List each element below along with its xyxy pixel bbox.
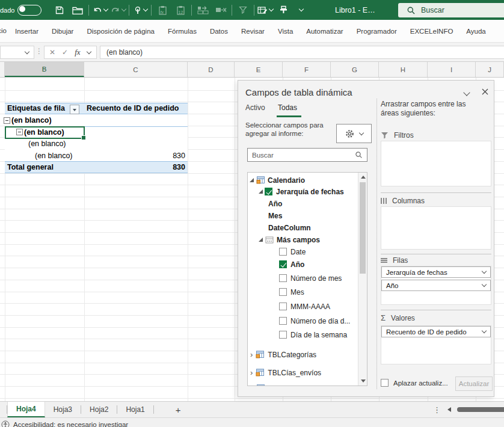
field-row-date[interactable]: Date <box>248 246 358 257</box>
field-row-tblcias-envios[interactable]: › TBLCías_envíos <box>248 367 358 378</box>
insert-function-icon[interactable]: fx <box>75 48 80 57</box>
tab-programador[interactable]: Programador <box>350 28 404 35</box>
sheet-tab-hoja4[interactable]: Hoja4 <box>7 402 45 417</box>
valores-drop-area[interactable]: Recuento de ID de pedido <box>381 325 491 364</box>
scroll-down-icon[interactable] <box>358 376 367 386</box>
pivot-filter-dropdown[interactable] <box>70 105 79 114</box>
tools-gear-button[interactable] <box>336 124 372 143</box>
pivot-value-cell[interactable]: 830 <box>173 152 185 160</box>
field-row-numero-de-dia[interactable]: Número de día d... <box>248 315 358 327</box>
tab-datos[interactable]: Datos <box>203 28 235 35</box>
checkbox-unchecked[interactable] <box>279 303 287 310</box>
column-header-j[interactable]: J <box>476 62 504 77</box>
expand-open-icon[interactable] <box>259 238 263 242</box>
field-row-clipped[interactable] <box>248 382 358 386</box>
field-row-tblcategorias[interactable]: › TBLCategorías <box>248 349 358 360</box>
defer-checkbox[interactable] <box>381 379 389 387</box>
tab-inicio[interactable]: Inicio <box>0 25 8 37</box>
sheet-tab-hoja2[interactable]: Hoja2 <box>81 402 117 417</box>
field-row-dia-de-la-semana[interactable]: Día de la semana <box>248 329 358 340</box>
column-header-b[interactable]: B <box>5 62 84 77</box>
tab-exceleinfo[interactable]: EXCELeINFO <box>404 28 460 35</box>
toolbar-overflow-chevron[interactable] <box>292 2 310 18</box>
checkbox-checked[interactable] <box>279 260 287 268</box>
touch-mode-button[interactable] <box>131 2 149 18</box>
paste-values-icon[interactable]: 12 <box>171 2 189 18</box>
column-header-g[interactable]: G <box>331 62 379 77</box>
field-list[interactable]: Calendario Jerarquía de fechas Año Mes D… <box>247 172 367 386</box>
column-header-h[interactable]: H <box>379 62 428 77</box>
columnas-drop-area[interactable] <box>381 206 491 250</box>
cancel-entry-icon[interactable]: ✕ <box>49 48 55 57</box>
tab-todas[interactable]: Todas <box>278 103 297 112</box>
field-row-mes[interactable]: Mes <box>248 210 358 221</box>
insert-cells-icon[interactable] <box>194 2 212 18</box>
checkbox-unchecked[interactable] <box>279 288 287 296</box>
format-painter-icon[interactable] <box>274 2 292 18</box>
save-icon[interactable] <box>51 2 69 18</box>
tab-ayuda[interactable]: Ayuda <box>459 28 492 35</box>
field-row-mas-campos[interactable]: Más campos <box>248 234 358 245</box>
field-row-calendario[interactable]: Calendario <box>248 174 358 186</box>
confirm-entry-icon[interactable]: ✓ <box>62 48 68 57</box>
name-box-chevron-icon[interactable] <box>25 49 29 54</box>
filas-drop-area[interactable]: Jerarquía de fechas Año <box>381 266 491 305</box>
field-row-ano-checked[interactable]: Año <box>248 259 358 270</box>
selected-cell-outline[interactable] <box>5 126 85 139</box>
scroll-up-icon[interactable] <box>358 173 367 182</box>
paste-formulas-icon[interactable]: fx <box>153 2 171 18</box>
field-row-numero-de-mes[interactable]: Número de mes <box>248 272 358 284</box>
pivot-row-level2[interactable]: (en blanco) <box>5 138 188 150</box>
fields-search-input[interactable]: Buscar <box>247 148 367 162</box>
pane-collapse-chevron-icon[interactable] <box>462 89 472 97</box>
pivot-row-labels-header[interactable]: Etiquetas de fila <box>7 104 65 112</box>
autosave-toggle[interactable] <box>17 5 41 16</box>
open-folder-icon[interactable] <box>69 2 87 18</box>
field-row-mes-2[interactable]: Mes <box>248 286 358 298</box>
pivot-row-level0[interactable]: (en blanco) <box>5 115 188 127</box>
horizontal-scrollbar-thumb[interactable] <box>457 407 504 412</box>
checkbox-checked[interactable] <box>265 188 272 195</box>
pivot-total-row[interactable]: Total general 830 <box>5 161 188 173</box>
pane-close-icon[interactable] <box>480 87 490 96</box>
expand-open-icon[interactable] <box>250 178 254 182</box>
add-sheet-button[interactable]: + <box>176 402 181 417</box>
column-header-i[interactable]: I <box>428 62 476 77</box>
sheet-bar-more-icon[interactable]: ⋮ <box>433 402 441 417</box>
tab-revisar[interactable]: Revisar <box>235 28 271 35</box>
column-header-f[interactable]: F <box>283 62 331 77</box>
fill-handle[interactable] <box>81 135 86 140</box>
filas-pill-jerarquia[interactable]: Jerarquía de fechas <box>381 266 491 278</box>
tab-vista[interactable]: Vista <box>271 28 300 35</box>
fx-chevron-icon[interactable] <box>86 49 91 54</box>
valores-pill-recuento[interactable]: Recuento de ID de pedido <box>381 326 491 337</box>
edit-table-button[interactable] <box>256 2 274 18</box>
pivot-total-value[interactable]: 830 <box>173 163 185 171</box>
column-header-e[interactable]: E <box>235 62 283 77</box>
field-row-ano[interactable]: Año <box>248 198 358 209</box>
scroll-left-icon[interactable] <box>447 407 451 412</box>
formula-bar-grip[interactable]: ⋮ <box>35 47 43 55</box>
sheet-tab-hoja1[interactable]: Hoja1 <box>117 402 153 417</box>
scrollbar-thumb[interactable] <box>360 182 366 274</box>
update-button[interactable]: Actualizar <box>455 376 493 391</box>
column-header-d[interactable]: D <box>188 62 235 77</box>
tab-activo[interactable]: Activo <box>245 103 265 112</box>
name-box[interactable] <box>0 46 34 59</box>
field-row-jerarquia[interactable]: Jerarquía de fechas <box>248 186 358 197</box>
field-row-datecolumn[interactable]: DateColumn <box>248 222 358 233</box>
collapse-button[interactable] <box>4 117 10 124</box>
undo-button[interactable] <box>91 2 109 18</box>
expand-closed-icon[interactable]: › <box>250 370 253 376</box>
checkbox-unchecked[interactable] <box>279 331 287 339</box>
clear-filter-icon[interactable] <box>234 2 252 18</box>
redo-button[interactable] <box>109 2 127 18</box>
checkbox-unchecked[interactable] <box>279 317 287 325</box>
field-row-mmm-aaaa[interactable]: MMM-AAAA <box>248 301 358 312</box>
filtros-drop-area[interactable] <box>381 141 491 186</box>
checkbox-unchecked[interactable] <box>279 274 287 282</box>
tab-insertar[interactable]: Insertar <box>8 28 45 35</box>
formula-input[interactable]: (en blanco) <box>100 46 504 59</box>
tab-automatizar[interactable]: Automatizar <box>300 28 349 35</box>
expand-open-icon[interactable] <box>259 189 263 194</box>
